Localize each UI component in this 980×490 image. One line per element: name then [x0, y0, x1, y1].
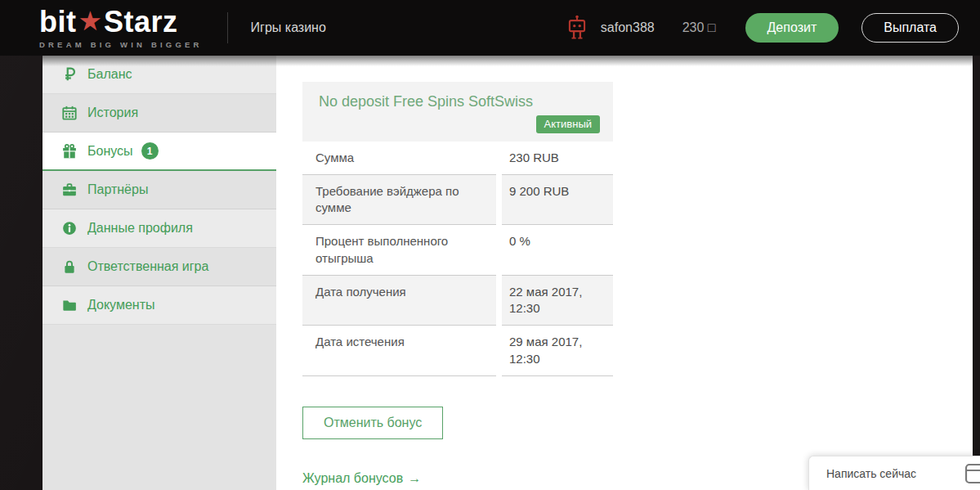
gift-icon	[62, 144, 77, 159]
logo-text-bit: bit	[39, 7, 76, 37]
top-header: bit ★ Starz DREAM BIG WIN BIGGER Игры ка…	[0, 0, 980, 56]
bonus-card: No deposit Free Spins SoftSwiss Активный…	[302, 82, 613, 486]
sidebar-item-balance[interactable]: Баланс	[43, 56, 276, 94]
arrow-right-icon: →	[408, 471, 421, 485]
deposit-button[interactable]: Депозит	[745, 13, 839, 43]
row-value: 9 200 RUB	[502, 175, 613, 226]
row-value: 230 RUB	[502, 142, 613, 175]
live-chat-widget[interactable]: Написать сейчас	[808, 456, 980, 490]
table-row: Требование вэйджера по сумме 9 200 RUB	[302, 175, 613, 226]
sidebar-item-label: Баланс	[87, 67, 132, 82]
sidebar-item-history[interactable]: История	[43, 94, 276, 133]
sidebar-item-label: Партнёры	[87, 182, 148, 197]
sidebar-item-documents[interactable]: Документы	[43, 286, 276, 325]
robot-avatar-icon[interactable]	[566, 15, 588, 41]
sidebar-item-label: Документы	[87, 298, 154, 312]
balance-amount: 230 □	[682, 20, 716, 35]
sidebar-item-label: Бонусы	[87, 144, 133, 159]
row-label: Дата истечения	[302, 326, 496, 376]
row-label: Сумма	[302, 142, 496, 175]
calendar-icon	[62, 106, 77, 120]
sidebar-item-partners[interactable]: Партнёры	[43, 171, 276, 209]
sidebar-item-label: История	[87, 106, 138, 120]
bonus-journal-link[interactable]: Журнал бонусов→	[302, 471, 421, 486]
sidebar-item-responsible-gaming[interactable]: Ответственная игра	[43, 248, 276, 286]
table-row: Дата истечения 29 мая 2017, 12:30	[302, 326, 613, 376]
username[interactable]: safon388	[601, 20, 655, 35]
status-badge: Активный	[536, 115, 600, 133]
table-row: Дата получения 22 мая 2017, 12:30	[302, 276, 613, 326]
sidebar-item-label: Ответственная игра	[87, 259, 208, 274]
header-divider	[227, 12, 228, 43]
cancel-bonus-button[interactable]: Отменить бонус	[302, 407, 443, 439]
row-value: 29 мая 2017, 12:30	[502, 326, 613, 376]
table-row: Сумма 230 RUB	[302, 142, 613, 175]
logo-text-starz: Starz	[104, 7, 178, 37]
bitstarz-logo[interactable]: bit ★ Starz DREAM BIG WIN BIGGER	[39, 7, 203, 49]
bonus-journal-label: Журнал бонусов	[302, 471, 403, 485]
bonus-detail-panel: No deposit Free Spins SoftSwiss Активный…	[276, 56, 973, 490]
account-sidebar: Баланс История Бонусы 1 Партнёры Д	[43, 56, 276, 490]
row-value: 0 %	[502, 225, 613, 276]
sidebar-item-bonuses[interactable]: Бонусы 1	[43, 133, 276, 171]
payout-button[interactable]: Выплата	[861, 13, 959, 43]
star-icon: ★	[78, 7, 102, 34]
info-icon	[62, 221, 77, 236]
ruble-icon	[62, 67, 77, 82]
sidebar-item-label: Данные профиля	[87, 221, 193, 236]
lock-icon	[62, 259, 77, 274]
bonus-count-badge: 1	[141, 142, 159, 160]
bonus-title: No deposit Free Spins SoftSwiss	[319, 92, 600, 111]
briefcase-icon	[62, 182, 77, 197]
nav-casino-games[interactable]: Игры казино	[251, 20, 326, 35]
folder-icon	[62, 298, 77, 312]
table-row: Процент выполненного отыгрыша 0 %	[302, 225, 613, 276]
row-value: 22 мая 2017, 12:30	[502, 276, 613, 326]
bonus-card-header: No deposit Free Spins SoftSwiss Активный	[302, 82, 613, 142]
row-label: Процент выполненного отыгрыша	[302, 225, 496, 276]
row-label: Дата получения	[302, 276, 496, 326]
page-body: Баланс История Бонусы 1 Партнёры Д	[43, 56, 973, 490]
chat-window-icon[interactable]	[964, 463, 980, 484]
row-label: Требование вэйджера по сумме	[302, 175, 496, 226]
sidebar-item-profile-data[interactable]: Данные профиля	[43, 209, 276, 248]
chat-label: Написать сейчас	[826, 467, 916, 480]
logo-tagline: DREAM BIG WIN BIGGER	[39, 40, 203, 49]
